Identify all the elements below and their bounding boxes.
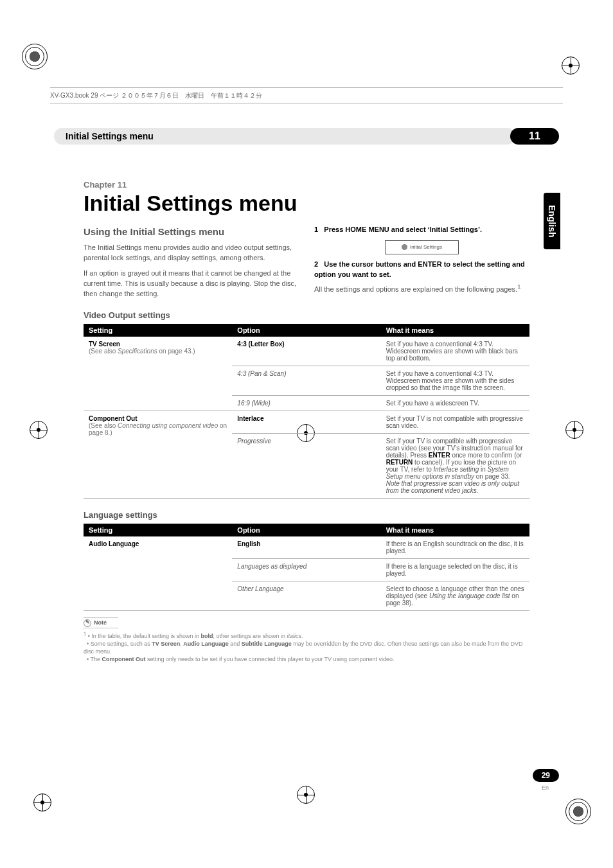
video-output-heading: Video Output settings: [84, 310, 529, 320]
register-mark-bc: [297, 786, 315, 804]
table-row: TV Screen (See also Specifications on pa…: [84, 337, 529, 366]
component-out-label: Component Out: [89, 415, 138, 422]
step-1: 1 Press HOME MENU and select ‘Initial Se…: [314, 225, 529, 235]
chapter-number-badge: 11: [510, 128, 559, 145]
table-row: Component Out (See also Connecting using…: [84, 411, 529, 434]
col-setting: Setting: [84, 524, 232, 536]
audio-language-label: Audio Language: [89, 540, 139, 547]
language-settings-heading: Language settings: [84, 510, 529, 520]
chapter-line: Chapter 11: [84, 180, 529, 190]
col-meaning: What it means: [381, 524, 529, 536]
intro-p2: If an option is grayed out it means that…: [84, 269, 299, 299]
tv-screen-label: TV Screen: [89, 341, 120, 348]
col-option: Option: [232, 324, 380, 337]
register-mark-tr: [562, 57, 580, 75]
header-rule-top: [50, 87, 563, 88]
crop-mark-tl: [22, 44, 48, 69]
page-title: Initial Settings menu: [84, 191, 529, 216]
language-side-tab: English: [544, 193, 560, 249]
footnote-ref: 1: [517, 283, 520, 290]
header-rule-bot: [50, 103, 563, 103]
register-mark-r: [565, 421, 583, 439]
register-mark-l: [30, 421, 48, 439]
step2-desc: All the settings and options are explain…: [314, 285, 517, 292]
col-setting: Setting: [84, 324, 232, 337]
video-output-table: Setting Option What it means TV Screen (…: [84, 324, 529, 499]
col-meaning: What it means: [381, 324, 529, 337]
page-number-badge: 29: [533, 769, 559, 782]
initial-settings-box-label: Initial Settings: [410, 244, 442, 251]
intro-p1: The Initial Settings menu provides audio…: [84, 243, 299, 263]
register-mark-bl: [33, 793, 51, 811]
language-settings-table: Setting Option What it means Audio Langu…: [84, 524, 529, 611]
crop-mark-br: [565, 799, 591, 824]
book-header: XV-GX3.book 29 ページ ２００５年７月６日 水曜日 午前１１時４２…: [50, 91, 563, 100]
table-row: Audio Language English If there is an En…: [84, 536, 529, 559]
col-option: Option: [232, 524, 380, 536]
page-lang-en: En: [542, 784, 549, 791]
section-pill: Initial Settings menu: [54, 128, 515, 145]
footnote-section: ✎ Note 1 • In the table, the default set…: [84, 617, 529, 663]
gear-icon: [402, 244, 407, 250]
step-2: 2 Use the cursor buttons and ENTER to se…: [314, 260, 529, 280]
note-icon: ✎: [84, 619, 91, 627]
using-heading: Using the Initial Settings menu: [84, 225, 299, 239]
initial-settings-box: Initial Settings: [385, 240, 459, 254]
note-label: ✎ Note: [84, 617, 118, 628]
